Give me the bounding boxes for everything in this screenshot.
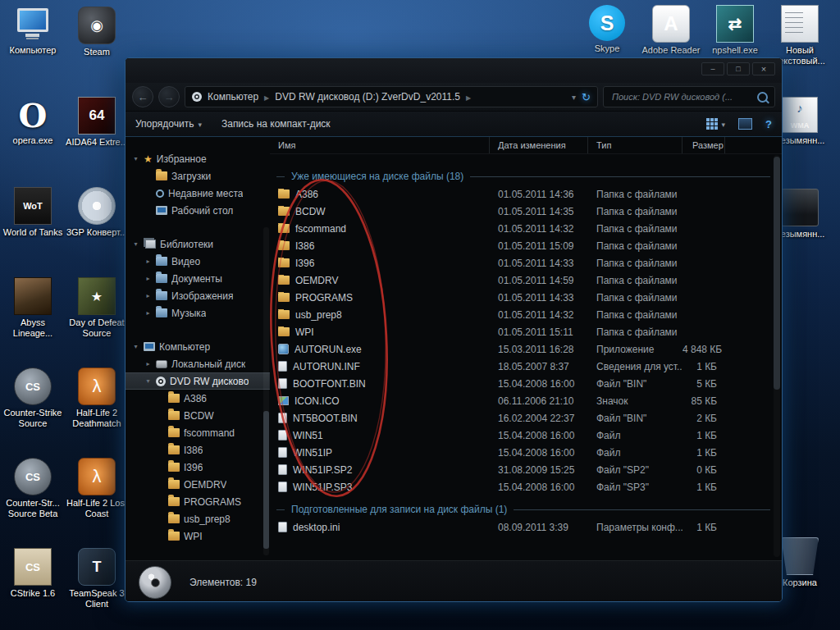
expander-icon[interactable] xyxy=(144,292,152,299)
help-button[interactable] xyxy=(765,118,772,130)
expander-icon[interactable] xyxy=(132,343,139,350)
file-row-autorun-exe[interactable]: AUTORUN.exe15.03.2011 16:28Приложение4 8… xyxy=(270,340,782,358)
sidebar-item-библиотеки[interactable]: Библиотеки xyxy=(126,235,270,253)
column-header-type[interactable]: Тип xyxy=(588,137,682,153)
file-row-icon-ico[interactable]: ICON.ICO06.11.2006 21:10Значок85 КБ xyxy=(270,392,782,409)
expander-icon[interactable] xyxy=(144,377,152,385)
file-row-bootfont-bin[interactable]: BOOTFONT.BIN15.04.2008 16:00Файл "BIN"5 … xyxy=(270,375,782,392)
file-row-nt5boot-bin[interactable]: NT5BOOT.BIN16.02.2004 22:37Файл "BIN"2 К… xyxy=(270,409,782,427)
search-box[interactable] xyxy=(603,86,775,107)
sidebar-item-видео[interactable]: Видео xyxy=(126,253,270,270)
file-row-win51ip-sp3[interactable]: WIN51IP.SP315.04.2008 16:00Файл "SP3"1 К… xyxy=(270,478,782,495)
expander-icon[interactable] xyxy=(132,240,139,248)
sidebar-item-избранное[interactable]: ★Избранное xyxy=(126,150,270,167)
expander-icon[interactable] xyxy=(144,309,152,317)
desktop-icon-day-of-defeat-source[interactable]: ★Day of Defeat Source xyxy=(66,277,128,339)
sidebar-item-oemdrv[interactable]: OEMDRV xyxy=(126,476,270,493)
sidebar-item-programs[interactable]: PROGRAMS xyxy=(126,493,270,510)
group-header-0[interactable]: Уже имеющиеся на диске файлы (18) xyxy=(276,167,770,185)
expander-icon[interactable] xyxy=(144,258,152,265)
column-header-name[interactable]: Имя xyxy=(270,137,490,153)
file-row-win51ip[interactable]: WIN51IP15.04.2008 16:00Файл1 КБ xyxy=(270,444,782,461)
minimize-button[interactable] xyxy=(701,62,724,75)
file-list-scrollbar[interactable] xyxy=(774,155,780,557)
file-date: 15.04.2008 16:00 xyxy=(490,430,588,441)
sidebar-item-компьютер[interactable]: Компьютер xyxy=(126,338,270,355)
refresh-icon[interactable] xyxy=(582,91,591,103)
file-name-cell: desktop.ini xyxy=(270,522,490,533)
desktop-icon-counter-strike-source[interactable]: CSCounter-Strike Source xyxy=(2,368,64,429)
expander-icon[interactable] xyxy=(144,360,152,368)
sidebar-item-документы[interactable]: Документы xyxy=(126,270,270,287)
desktop-icon-aida64-extre[interactable]: 64AIDA64 Extre... xyxy=(66,97,128,148)
sidebar-item-изображения[interactable]: Изображения xyxy=(126,287,270,304)
file-name-cell: PROGRAMS xyxy=(270,292,490,304)
maximize-button[interactable] xyxy=(727,62,750,75)
sidebar-item-dvd-rw-дисково[interactable]: DVD RW дисково xyxy=(126,372,270,390)
sidebar-item-i386[interactable]: I386 xyxy=(126,441,270,459)
sidebar-item-локальный-диск[interactable]: Локальный диск xyxy=(126,355,270,372)
desktop-icon-компьютер[interactable]: Компьютер xyxy=(2,7,64,56)
breadcrumb-separator-icon[interactable] xyxy=(466,91,471,103)
breadcrumb-separator-icon[interactable] xyxy=(264,91,269,103)
desktop-icon-counter-str-source-beta[interactable]: CSCounter-Str... Source Beta xyxy=(2,458,64,519)
desktop-icon-npshell-exe[interactable]: ⇄npshell.exe xyxy=(704,5,766,56)
back-button[interactable] xyxy=(132,86,153,107)
sidebar-item-fscommand[interactable]: fscommand xyxy=(126,424,270,441)
sidebar-item-недавние-места[interactable]: Недавние места xyxy=(126,185,270,202)
sidebar-item-i396[interactable]: I396 xyxy=(126,459,270,476)
desktop-icon-half-life-2-deathmatch[interactable]: λHalf-Life 2 Deathmatch xyxy=(66,368,128,429)
expander-icon[interactable] xyxy=(132,155,139,162)
file-row-bcdw[interactable]: BCDW01.05.2011 14:35Папка с файлами xyxy=(270,203,782,220)
preview-pane-button[interactable] xyxy=(738,118,752,130)
expander-icon[interactable] xyxy=(144,275,152,282)
chevron-down-icon[interactable] xyxy=(572,91,576,103)
change-view-button[interactable] xyxy=(706,118,726,130)
sidebar-item-загрузки[interactable]: Загрузки xyxy=(126,167,270,185)
sidebar-item-wpi[interactable]: WPI xyxy=(126,527,270,545)
file-row-autorun-inf[interactable]: AUTORUN.INF18.05.2007 8:37Сведения для у… xyxy=(270,358,782,375)
search-icon[interactable] xyxy=(757,92,768,103)
sidebar-item-bcdw[interactable]: BCDW xyxy=(126,407,270,424)
desktop-icon-abyss-lineage[interactable]: Abyss Lineage... xyxy=(2,277,64,339)
desktop-icon-steam[interactable]: ◉Steam xyxy=(66,7,128,57)
file-row-usb-prep8[interactable]: usb_prep801.05.2011 14:32Папка с файлами xyxy=(270,306,782,323)
forward-button[interactable] xyxy=(158,86,180,107)
file-row-desktop-ini[interactable]: desktop.ini08.09.2011 3:39Параметры конф… xyxy=(270,518,782,536)
breadcrumb-item-dvd-rw-дисковод-d-zverdvd-v2011-5[interactable]: DVD RW дисковод (D:) ZverDvD_v2011.5 xyxy=(275,91,460,103)
desktop-icon-opera-exe[interactable]: Oopera.exe xyxy=(2,97,64,146)
burn-button[interactable]: Запись на компакт-диск xyxy=(221,118,331,130)
desktop-icon-cstrike-1-6[interactable]: CSCStrike 1.6 xyxy=(2,548,64,599)
file-row-i396[interactable]: I39601.05.2011 14:33Папка с файлами xyxy=(270,254,782,272)
desktop-icon-teamspeak-3-client[interactable]: TTeamSpeak 3 Client xyxy=(66,548,128,609)
search-input[interactable] xyxy=(610,91,757,103)
sidebar-item-usb-prep8[interactable]: usb_prep8 xyxy=(126,510,270,527)
desktop-icon-adobe-reader[interactable]: AAdobe Reader xyxy=(640,5,702,56)
file-row-win51ip-sp2[interactable]: WIN51IP.SP231.08.2009 15:25Файл "SP2"0 К… xyxy=(270,461,782,478)
file-row-a386[interactable]: A38601.05.2011 14:36Папка с файлами xyxy=(270,185,782,203)
desktop-icon-skype[interactable]: SSkype xyxy=(576,5,638,54)
file-row-oemdrv[interactable]: OEMDRV01.05.2011 14:59Папка с файлами xyxy=(270,272,782,289)
file-list-scrollbar-thumb[interactable] xyxy=(774,157,780,390)
file-row-programs[interactable]: PROGRAMS01.05.2011 14:33Папка с файлами xyxy=(270,289,782,306)
desktop-icon-world-of-tanks[interactable]: WoTWorld of Tanks xyxy=(2,187,64,238)
organize-button[interactable]: Упорядочить xyxy=(135,118,202,130)
close-button[interactable] xyxy=(752,62,775,75)
file-row-i386[interactable]: I38601.05.2011 15:09Папка с файлами xyxy=(270,237,782,254)
breadcrumb-item-компьютер[interactable]: Компьютер xyxy=(208,91,258,103)
column-header-size[interactable]: Размер xyxy=(682,137,725,153)
sidebar-scrollbar[interactable] xyxy=(263,227,269,555)
sidebar-item-a386[interactable]: A386 xyxy=(126,390,270,407)
desktop-icon-3gp-конверт[interactable]: ♪3GP Конверт... xyxy=(66,187,128,238)
title-bar[interactable] xyxy=(126,58,782,83)
sidebar-item-рабочий-стол[interactable]: Рабочий стол xyxy=(126,202,270,219)
file-row-fscommand[interactable]: fscommand01.05.2011 14:32Папка с файлами xyxy=(270,220,782,237)
file-row-wpi[interactable]: WPI01.05.2011 15:11Папка с файлами xyxy=(270,323,782,340)
sidebar-item-музыка[interactable]: Музыка xyxy=(126,304,270,322)
file-row-win51[interactable]: WIN5115.04.2008 16:00Файл1 КБ xyxy=(270,427,782,444)
desktop-icon-half-life-2-lost-coast[interactable]: λHalf-Life 2 Lost Coast xyxy=(66,458,128,519)
column-header-date[interactable]: Дата изменения xyxy=(490,137,588,153)
sidebar-scrollbar-thumb[interactable] xyxy=(263,411,269,549)
group-header-1[interactable]: Подготовленные для записи на диск файлы … xyxy=(276,500,770,518)
breadcrumb[interactable]: КомпьютерDVD RW дисковод (D:) ZverDvD_v2… xyxy=(185,86,598,107)
